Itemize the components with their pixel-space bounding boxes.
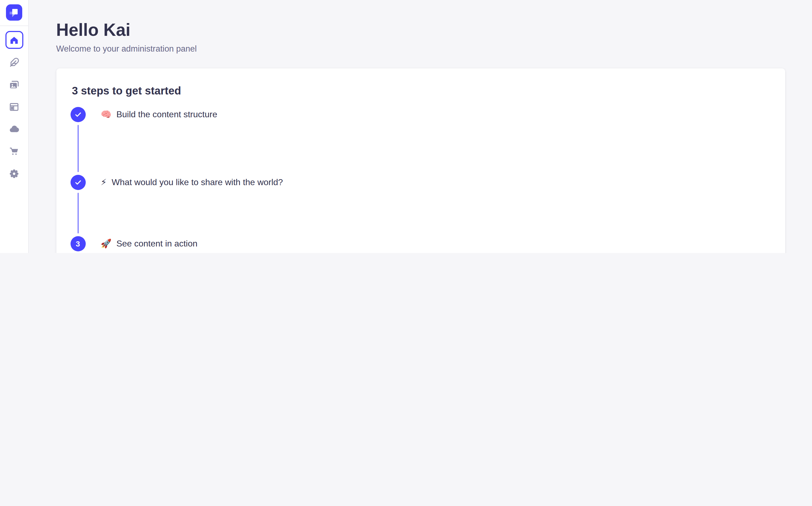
onboarding-title: 3 steps to get started (72, 85, 181, 97)
page-title: Hello Kai (56, 20, 785, 39)
feather-icon (9, 57, 19, 68)
zap-emoji-icon: ⚡ (101, 177, 107, 188)
check-icon (74, 110, 82, 119)
step-1-text: Build the content structure (116, 109, 217, 120)
page-subtitle: Welcome to your administration panel (56, 44, 785, 54)
sidebar-item-marketplace[interactable] (5, 142, 23, 160)
sidebar-nav (0, 31, 28, 182)
sidebar-item-cloud[interactable] (5, 120, 23, 138)
brain-emoji-icon: 🧠 (101, 109, 111, 120)
step-connector-1 (77, 125, 78, 172)
layout-icon (9, 101, 19, 112)
step-3-label: 🚀 See content in action (101, 238, 198, 249)
step-3-number-circle: 3 (70, 236, 86, 251)
step-2-check-circle (70, 175, 86, 190)
sidebar-item-home[interactable] (5, 31, 23, 49)
sidebar-item-content-manager[interactable] (5, 53, 23, 71)
step-1-check-circle (70, 107, 86, 122)
strapi-logo-icon (6, 5, 22, 21)
rocket-emoji-icon: 🚀 (101, 238, 111, 249)
logo-section (0, 0, 28, 26)
step-2-label: ⚡ What would you like to share with the … (101, 177, 283, 188)
step-1-label: 🧠 Build the content structure (101, 109, 217, 120)
home-icon (9, 34, 19, 45)
step-3-number: 3 (76, 239, 80, 248)
sidebar-item-media-library[interactable] (5, 76, 23, 93)
images-icon (9, 79, 19, 90)
page-header: Hello Kai Welcome to your administration… (56, 20, 785, 54)
main-content: Hello Kai Welcome to your administration… (29, 0, 812, 253)
gear-icon (9, 168, 19, 179)
sidebar: KD (0, 0, 29, 253)
strapi-logo[interactable] (6, 5, 22, 21)
onboarding-card: 3 steps to get started 🧠 Build the conte… (56, 68, 785, 253)
step-2-text: What would you like to share with the wo… (111, 177, 283, 188)
step-3-text: See content in action (116, 238, 198, 249)
check-icon (74, 178, 82, 187)
cloud-icon (9, 123, 19, 135)
strapi-dashboard: KD Hello Kai Welcome to your administrat… (0, 0, 812, 253)
sidebar-item-settings[interactable] (5, 165, 23, 182)
sidebar-item-content-type-builder[interactable] (5, 98, 23, 116)
cart-icon (9, 146, 19, 157)
step-connector-2 (77, 193, 78, 234)
